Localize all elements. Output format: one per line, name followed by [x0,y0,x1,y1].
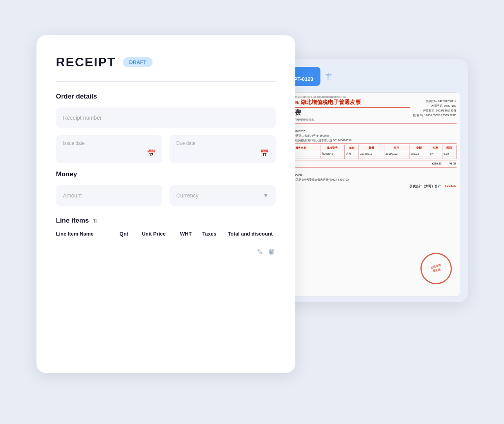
currency-field[interactable]: Currency ▼ [169,185,276,206]
receipt-header-info: 二维码信息: 湖北增值税电子普通发票 通行费 发票号码: 49909996006… [282,99,410,122]
order-details-title: Order details [56,93,276,101]
money-row: Amount Currency ▼ [56,185,276,206]
receipt-main-title: 湖北增值税电子普通发票 [300,99,361,106]
receipt-type: 通行费 [282,109,410,117]
sort-icon[interactable]: ⇅ [93,217,98,224]
line-items-header: Line items ⇅ [56,217,276,225]
row1-actions: ✎ 🗑 [228,248,276,256]
col-unit-price: Unit Price [142,231,180,237]
due-date-label: Due date [176,141,269,146]
money-section: Money Amount Currency ▼ [56,170,276,206]
issue-date-calendar-icon: 📅 [147,149,155,158]
line-items-title: Line items [56,217,89,225]
amount-field[interactable]: Amount [56,185,162,206]
date-row: Issue date 📅 Due date 📅 [56,135,276,163]
currency-placeholder: Currency [176,192,199,199]
edit-icon[interactable]: ✎ [257,248,263,256]
issue-date-input-row: 📅 [63,149,155,158]
table-row [56,263,276,285]
draft-badge: DRAFT [123,57,153,67]
col-name: Line Item Name [56,231,120,237]
page-title: RECEIPT [56,55,116,69]
due-date-field[interactable]: Due date 📅 [169,135,276,163]
col-qnt: Qnt [120,231,142,237]
due-date-calendar-icon: 📅 [260,149,269,158]
issue-date-label: Issue date [63,141,155,146]
receipt-delete-button[interactable]: 🗑 [325,72,333,81]
money-title: Money [56,170,276,178]
receipt-number-input[interactable] [56,108,276,128]
due-date-input-row: 📅 [176,149,269,158]
form-card: RECEIPT DRAFT Order details Issue date 📅… [36,35,295,373]
table-header: Line Item Name Qnt Unit Price WHT Taxes … [56,231,276,241]
issue-date-field[interactable]: Issue date 📅 [56,135,162,163]
table-row: ✎ 🗑 [56,241,276,263]
delete-icon[interactable]: 🗑 [268,248,275,256]
receipt-stamp: 加盖专用章有效 [417,249,455,288]
col-total: Total and discount [228,231,276,237]
receipt-number-group [56,108,276,128]
amount-placeholder: Amount [63,192,82,199]
currency-chevron-icon: ▼ [263,192,269,199]
col-wht: WHT [180,231,202,237]
header-divider [56,81,276,82]
receipt-invoice-number: 发票号码: 4990999600621 [282,118,410,122]
main-container: RECEIPT DRAFT Order details Issue date 📅… [36,35,468,389]
receipt-right-info: 发票代码: 042001700112 发票号码: 07007198 开票日期: … [413,99,457,122]
form-header: RECEIPT DRAFT [56,55,276,69]
col-taxes: Taxes [202,231,228,237]
